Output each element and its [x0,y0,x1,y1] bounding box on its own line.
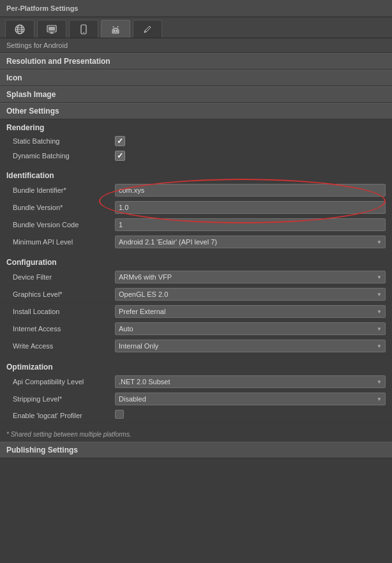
desktop-icon [47,24,57,34]
static-batching-label: Static Batching [13,137,115,145]
min-api-value: Android 2.1 'Eclair' (API level 7) ▼ [115,236,386,248]
pencil-icon [142,24,153,34]
bundle-identifier-value [115,184,386,197]
graphics-level-dropdown[interactable]: OpenGL ES 2.0 ▼ [115,288,386,301]
internet-access-label: Internet Access [13,325,115,333]
api-compat-label: Api Compatibility Level [13,378,115,386]
min-api-dropdown[interactable]: Android 2.1 'Eclair' (API level 7) ▼ [115,236,386,248]
device-filter-label: Device Filter [13,273,115,281]
identification-group: Identification Bundle Identifier* Bundle… [0,167,392,250]
graphics-level-row: Graphics Level* OpenGL ES 2.0 ▼ [0,286,392,303]
tab-web[interactable] [5,20,34,38]
configuration-header: Configuration [0,254,392,269]
bundle-version-code-value [115,218,386,231]
web-icon [15,24,25,34]
min-api-label: Minimum API Level [13,238,115,246]
device-filter-value: ARMv6 with VFP ▼ [115,271,386,283]
dynamic-batching-label: Dynamic Batching [13,152,115,160]
min-api-arrow-icon: ▼ [377,239,382,245]
shared-note: * Shared setting between multiple platfo… [0,427,392,442]
graphics-level-text: OpenGL ES 2.0 [119,290,168,298]
write-access-row: Write Access Internal Only ▼ [0,338,392,355]
install-location-arrow-icon: ▼ [377,309,382,315]
svg-line-17 [145,31,146,32]
write-access-dropdown[interactable]: Internal Only ▼ [115,340,386,352]
api-compat-text: .NET 2.0 Subset [119,378,170,386]
min-api-dropdown-text: Android 2.1 'Eclair' (API level 7) [119,238,217,246]
internet-access-arrow-icon: ▼ [377,326,382,332]
device-filter-row: Device Filter ARMv6 with VFP ▼ [0,269,392,286]
bundle-identifier-row: Bundle Identifier* [0,182,392,199]
write-access-value: Internal Only ▼ [115,340,386,352]
logcat-row: Enable 'logcat' Profiler [0,408,392,423]
internet-access-value: Auto ▼ [115,322,386,335]
svg-rect-8 [49,27,55,31]
bundle-version-code-row: Bundle Version Code [0,216,392,234]
install-location-text: Prefer External [119,308,165,315]
section-splash: Splash Image [0,86,392,103]
bundle-version-code-input[interactable] [115,218,386,231]
section-resolution: Resolution and Presentation [0,53,392,70]
install-location-dropdown[interactable]: Prefer External ▼ [115,305,386,318]
min-api-row: Minimum API Level Android 2.1 'Eclair' (… [0,234,392,250]
content-area: Rendering Static Batching Dynamic Batchi… [0,119,392,442]
bundle-identifier-input[interactable] [115,184,386,197]
install-location-value: Prefer External ▼ [115,305,386,318]
svg-point-10 [83,32,84,33]
dynamic-batching-value [115,151,386,161]
svg-point-15 [114,29,115,29]
dynamic-batching-checkbox[interactable] [115,151,125,161]
api-compat-row: Api Compatibility Level .NET 2.0 Subset … [0,373,392,391]
svg-line-13 [113,26,114,27]
mobile-icon [79,24,89,34]
svg-point-16 [116,29,117,29]
write-access-arrow-icon: ▼ [377,343,382,349]
api-compat-arrow-icon: ▼ [377,379,382,385]
graphics-level-value: OpenGL ES 2.0 ▼ [115,288,386,301]
panel-header: Per-Platform Settings [0,0,392,17]
bundle-version-code-label: Bundle Version Code [13,221,115,229]
rendering-header: Rendering [0,119,392,134]
bundle-version-row: Bundle Version* [0,199,392,216]
internet-access-text: Auto [119,325,133,333]
optimization-header: Optimization [0,359,392,373]
panel-title: Per-Platform Settings [6,4,78,12]
logcat-checkbox[interactable] [115,410,124,419]
write-access-text: Internal Only [119,342,158,350]
tab-other[interactable] [133,20,162,38]
stripping-arrow-icon: ▼ [377,396,382,402]
device-filter-arrow-icon: ▼ [377,274,382,280]
api-compat-value: .NET 2.0 Subset ▼ [115,375,386,388]
stripping-row: Stripping Level* Disabled ▼ [0,391,392,408]
section-icon: Icon [0,70,392,86]
internet-access-row: Internet Access Auto ▼ [0,320,392,338]
logcat-label: Enable 'logcat' Profiler [13,412,115,419]
bundle-version-label: Bundle Version* [13,204,115,211]
internet-access-dropdown[interactable]: Auto ▼ [115,322,386,335]
tab-desktop[interactable] [37,20,66,38]
graphics-level-arrow-icon: ▼ [377,292,382,297]
bundle-version-value [115,201,386,214]
settings-for-label: Settings for Android [0,38,392,53]
platform-tabs [0,17,392,38]
api-compat-dropdown[interactable]: .NET 2.0 Subset ▼ [115,375,386,388]
stripping-value: Disabled ▼ [115,393,386,405]
svg-line-14 [117,26,118,27]
section-publishing: Publishing Settings [0,442,392,458]
section-other: Other Settings [0,103,392,119]
stripping-dropdown[interactable]: Disabled ▼ [115,393,386,405]
graphics-level-label: Graphics Level* [13,290,115,298]
install-location-row: Install Location Prefer External ▼ [0,303,392,320]
install-location-label: Install Location [13,308,115,315]
logcat-value [115,410,386,421]
bundle-identifier-label: Bundle Identifier* [13,186,115,194]
static-batching-value [115,136,386,146]
tab-mobile[interactable] [69,20,98,38]
bundle-version-input[interactable] [115,201,386,214]
static-batching-checkbox[interactable] [115,136,125,146]
static-batching-row: Static Batching [0,134,392,149]
tab-android[interactable] [101,20,130,38]
stripping-label: Stripping Level* [13,395,115,403]
android-icon [110,24,121,34]
device-filter-dropdown[interactable]: ARMv6 with VFP ▼ [115,271,386,283]
